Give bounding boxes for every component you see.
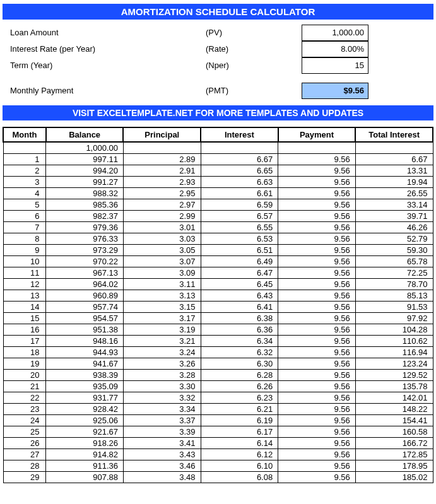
table-cell: 3.17 [123,313,201,324]
table-row: 1997.112.896.679.566.67 [3,154,433,165]
table-cell: 6.65 [201,165,278,177]
table-cell: 3.37 [123,415,201,426]
promo-banner: VISIT EXCELTEMPLATE.NET FOR MORE TEMPLAT… [3,105,433,120]
rate-code: (Rate) [206,42,302,56]
table-cell: 97.92 [355,313,433,324]
table-cell: 2.89 [123,154,201,165]
table-cell: 129.52 [355,370,433,381]
table-cell: 142.01 [355,392,433,404]
table-cell: 22 [3,392,46,404]
table-cell: 39.71 [355,211,433,222]
table-cell: 178.95 [355,460,433,472]
col-month: Month [3,127,46,142]
table-cell: 982.37 [46,211,124,222]
table-row: 11967.133.096.479.5672.25 [3,267,433,279]
table-cell: 914.82 [46,449,124,460]
col-balance: Balance [46,127,124,142]
pmt-code: (PMT) [206,84,302,98]
table-cell: 967.13 [46,267,124,279]
table-cell: 9 [3,245,46,256]
rate-label: Interest Rate (per Year) [10,42,206,56]
table-cell: 104.28 [355,324,433,336]
table-cell: 6.34 [201,336,278,347]
table-cell: 2.99 [123,211,201,222]
table-cell: 3.39 [123,426,201,438]
table-cell: 6 [3,211,46,222]
table-cell: 957.74 [46,302,124,313]
table-cell: 135.78 [355,381,433,392]
table-row: 28911.363.466.109.56178.95 [3,460,433,472]
table-row: 7979.363.016.559.5646.26 [3,222,433,233]
table-cell: 3.09 [123,267,201,279]
table-cell: 3.43 [123,449,201,460]
table-cell: 25 [3,426,46,438]
table-cell: 9.56 [278,188,356,199]
table-row: 3991.272.936.639.5619.94 [3,177,433,188]
table-row: 19941.673.266.309.56123.24 [3,358,433,370]
table-cell: 928.42 [46,404,124,415]
table-cell: 979.36 [46,222,124,233]
table-row: 17948.163.216.349.56110.62 [3,336,433,347]
table-cell: 9.56 [278,472,356,483]
col-principal: Principal [123,127,201,142]
table-cell: 3.03 [123,233,201,245]
term-code: (Nper) [206,59,302,73]
table-cell: 931.77 [46,392,124,404]
table-row: 18944.933.246.329.56116.94 [3,347,433,358]
table-cell: 3.01 [123,222,201,233]
table-cell: 6.12 [201,449,278,460]
table-cell: 4 [3,188,46,199]
table-cell: 2.95 [123,188,201,199]
table-cell: 944.93 [46,347,124,358]
table-cell: 2.93 [123,177,201,188]
table-cell: 9.56 [278,233,356,245]
table-cell: 6.30 [201,358,278,370]
table-row: 14957.743.156.419.5691.53 [3,302,433,313]
initial-balance-row: 1,000.00 [3,142,433,154]
table-cell: 6.14 [201,438,278,449]
table-cell: 6.55 [201,222,278,233]
loan-amount-value[interactable]: 1,000.00 [302,25,368,41]
table-cell: 85.13 [355,290,433,302]
table-row: 15954.573.176.389.5697.92 [3,313,433,324]
table-cell: 960.89 [46,290,124,302]
table-cell: 9.56 [278,199,356,211]
amortization-table: Month Balance Principal Interest Payment… [3,127,433,483]
term-value[interactable]: 15 [302,57,368,74]
table-cell: 941.67 [46,358,124,370]
table-cell: 9.56 [278,336,356,347]
table-cell: 925.06 [46,415,124,426]
pmt-value: $9.56 [302,83,368,99]
table-cell: 964.02 [46,279,124,290]
table-cell: 3.13 [123,290,201,302]
table-cell: 33.14 [355,199,433,211]
rate-value[interactable]: 8.00% [302,41,368,57]
table-cell: 994.20 [46,165,124,177]
table-cell: 6.38 [201,313,278,324]
table-cell: 6.59 [201,199,278,211]
loan-amount-code: (PV) [206,26,302,40]
table-cell: 14 [3,302,46,313]
table-cell: 973.29 [46,245,124,256]
table-cell: 154.41 [355,415,433,426]
table-cell: 9.56 [278,290,356,302]
table-header-row: Month Balance Principal Interest Payment… [3,127,433,142]
table-cell: 91.53 [355,302,433,313]
table-cell: 6.28 [201,370,278,381]
table-cell: 65.78 [355,256,433,267]
table-cell: 2.97 [123,199,201,211]
table-cell: 6.21 [201,404,278,415]
table-cell: 3.30 [123,381,201,392]
table-cell: 3 [3,177,46,188]
table-cell: 3.21 [123,336,201,347]
table-cell: 9.56 [278,245,356,256]
table-cell: 6.51 [201,245,278,256]
table-cell: 2.91 [123,165,201,177]
table-cell: 3.15 [123,302,201,313]
table-cell: 911.36 [46,460,124,472]
table-cell: 3.07 [123,256,201,267]
table-cell: 20 [3,370,46,381]
table-cell: 951.38 [46,324,124,336]
table-cell: 9.56 [278,404,356,415]
table-cell: 9.56 [278,358,356,370]
